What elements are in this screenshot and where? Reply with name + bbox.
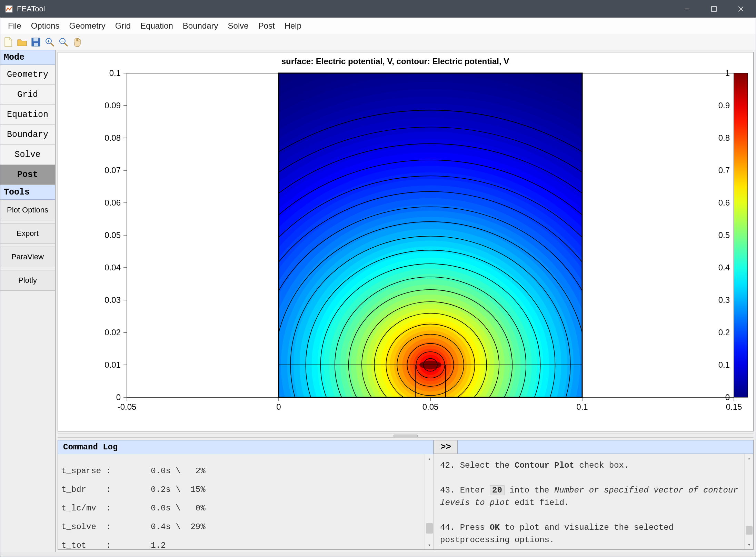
svg-text:0.6: 0.6 [718,198,730,207]
svg-text:0.7: 0.7 [718,166,730,175]
menu-geometry[interactable]: Geometry [64,19,110,33]
mode-post[interactable]: Post [0,165,55,185]
plot-options-button[interactable]: Plot Options [0,200,55,220]
svg-line-9 [51,43,54,46]
log-line: t_solve : 0.4s \ 29% [61,522,206,531]
zoom-out-icon[interactable] [58,36,69,48]
main-area: Mode Geometry Grid Equation Boundary Sol… [0,50,756,552]
export-button[interactable]: Export [0,223,55,244]
svg-text:0.5: 0.5 [718,230,730,240]
svg-rect-6 [33,38,38,41]
menu-post[interactable]: Post [253,19,280,33]
content: surface: Electric potential, V, contour:… [56,50,756,552]
svg-text:0.04: 0.04 [105,263,121,272]
svg-text:0.01: 0.01 [105,360,121,369]
plot-canvas[interactable]: 00.010.020.030.040.050.060.070.080.090.1… [58,52,752,427]
command-log-header: Command Log [58,440,434,454]
svg-text:0.9: 0.9 [718,101,730,110]
app-window: FEATool File Options Geometry Grid Equat… [0,0,756,557]
menu-grid[interactable]: Grid [110,19,136,33]
tools-header: Tools [0,185,55,200]
command-log-panel: Command Log t_sparse : 0.0s \ 2% t_bdr :… [58,440,434,549]
svg-text:0.05: 0.05 [422,402,439,411]
log-line: t_tot : 1.2 [61,541,166,549]
scroll-up-icon[interactable]: ▴ [745,454,753,463]
instructions-panel: >> 42. Select the Contour Plot check box… [434,440,753,549]
svg-text:0: 0 [116,392,121,402]
svg-text:0.07: 0.07 [105,166,121,175]
svg-text:0.03: 0.03 [105,295,121,305]
svg-text:0.15: 0.15 [726,402,742,411]
menu-file[interactable]: File [3,19,26,33]
svg-text:0.06: 0.06 [105,198,121,207]
zoom-in-icon[interactable] [44,36,56,48]
svg-text:0: 0 [725,392,730,402]
menu-options[interactable]: Options [26,19,64,33]
svg-line-13 [64,43,68,46]
menu-solve[interactable]: Solve [223,19,253,33]
sidebar: Mode Geometry Grid Equation Boundary Sol… [0,50,56,552]
new-file-icon[interactable] [2,36,14,48]
svg-rect-2 [712,7,716,11]
horizontal-splitter[interactable] [58,434,754,438]
mode-grid[interactable]: Grid [0,85,55,105]
svg-text:-0.05: -0.05 [118,402,137,411]
prompt-button[interactable]: >> [434,440,458,454]
log-line: t_bdr : 0.2s \ 15% [61,485,206,494]
minimize-button[interactable] [674,1,700,17]
mode-equation[interactable]: Equation [0,105,55,125]
toolbar [0,34,756,50]
menubar: File Options Geometry Grid Equation Boun… [0,18,756,34]
menu-equation[interactable]: Equation [136,19,178,33]
plot-panel: surface: Electric potential, V, contour:… [58,52,754,431]
instructions-scrollbar[interactable]: ▴ ▾ [744,454,753,549]
svg-text:0.09: 0.09 [105,101,121,110]
save-icon[interactable] [30,36,42,48]
plotly-button[interactable]: Plotly [0,270,55,291]
svg-text:0.1: 0.1 [718,360,730,369]
bottom-panel: Command Log t_sparse : 0.0s \ 2% t_bdr :… [58,440,754,550]
scroll-down-icon[interactable]: ▾ [745,540,753,549]
svg-text:0.4: 0.4 [718,263,730,272]
svg-text:0.05: 0.05 [105,230,121,240]
scroll-up-icon[interactable]: ▴ [425,454,434,463]
instruction-step-44: 44. Press OK to plot and visualize the s… [440,521,747,546]
command-log-body[interactable]: t_sparse : 0.0s \ 2% t_bdr : 0.2s \ 15% … [58,454,434,549]
log-line: t_lc/mv : 0.0s \ 0% [61,504,206,513]
mode-geometry[interactable]: Geometry [0,65,55,85]
svg-text:0.2: 0.2 [718,328,730,337]
svg-text:1: 1 [725,68,730,78]
mode-boundary[interactable]: Boundary [0,125,55,145]
menu-help[interactable]: Help [280,19,306,33]
command-input[interactable] [458,440,753,454]
window-title: FEATool [17,4,674,13]
log-line: t_sparse : 0.0s \ 2% [61,466,206,476]
svg-text:0.3: 0.3 [718,295,730,305]
statusbar [0,552,756,557]
log-scrollbar[interactable]: ▴ ▾ [425,454,434,549]
mode-solve[interactable]: Solve [0,145,55,165]
svg-rect-135 [734,73,748,397]
instructions-body[interactable]: 42. Select the Contour Plot check box. 4… [434,454,753,549]
svg-text:0.8: 0.8 [718,133,730,142]
instruction-step-43: 43. Enter 20 into the Number or specifie… [440,484,747,509]
svg-text:0.08: 0.08 [105,133,121,142]
scroll-down-icon[interactable]: ▾ [425,540,434,549]
svg-text:0.02: 0.02 [105,328,121,337]
open-folder-icon[interactable] [16,36,28,48]
svg-rect-7 [34,43,38,46]
scroll-thumb[interactable] [426,523,433,534]
app-icon [4,4,13,13]
scroll-thumb[interactable] [746,526,753,535]
menu-boundary[interactable]: Boundary [178,19,223,33]
svg-text:0.1: 0.1 [109,68,121,78]
mode-header: Mode [0,50,55,65]
paraview-button[interactable]: ParaView [0,247,55,267]
close-button[interactable] [727,1,754,17]
pan-hand-icon[interactable] [71,36,83,48]
svg-text:0: 0 [276,402,281,411]
maximize-button[interactable] [700,1,727,17]
svg-text:0.1: 0.1 [576,402,588,411]
instruction-step-42: 42. Select the Contour Plot check box. [440,459,747,472]
titlebar: FEATool [0,0,756,18]
